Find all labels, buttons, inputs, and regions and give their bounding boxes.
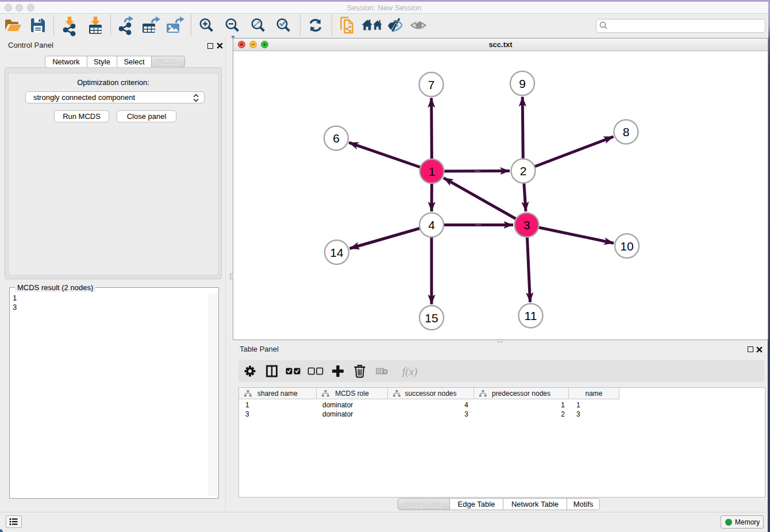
svg-text:15: 15 (425, 311, 438, 325)
svg-text:f(x): f(x) (402, 365, 417, 378)
svg-text:4: 4 (428, 218, 435, 232)
svg-text:10: 10 (620, 240, 633, 253)
svg-text:11: 11 (525, 309, 537, 322)
svg-text:14: 14 (330, 246, 344, 259)
svg-text:3: 3 (523, 218, 530, 232)
svg-text:6: 6 (333, 132, 340, 145)
svg-text:9: 9 (519, 77, 526, 90)
svg-text:2: 2 (520, 164, 527, 178)
svg-text:7: 7 (428, 78, 435, 91)
svg-text:1: 1 (429, 165, 436, 178)
svg-text:8: 8 (623, 125, 630, 138)
